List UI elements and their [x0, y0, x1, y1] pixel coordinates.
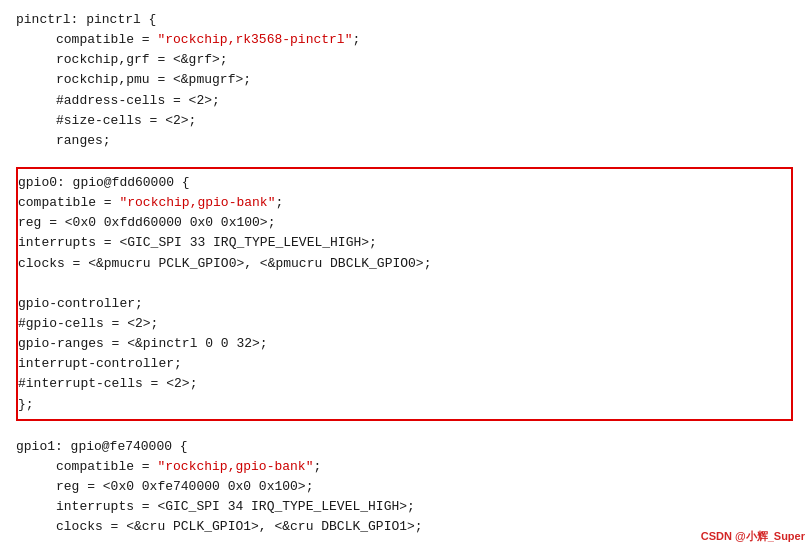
pinctrl-address-cells: #address-cells = <2>; — [16, 91, 793, 111]
pinctrl-pmu: rockchip,pmu = <&pmugrf>; — [16, 70, 793, 90]
pinctrl-label: pinctrl: pinctrl { — [16, 12, 156, 27]
gpio1-clocks: clocks = <&cru PCLK_GPIO1>, <&cru DBCLK_… — [16, 517, 793, 537]
gpio0-footer-line: }; — [18, 395, 791, 415]
pinctrl-size-cells: #size-cells = <2>; — [16, 111, 793, 131]
watermark: CSDN @小辉_Super — [701, 528, 805, 545]
gpio0-block: gpio0: gpio@fdd60000 { compatible = "roc… — [16, 167, 793, 421]
pinctrl-grf: rockchip,grf = <&grf>; — [16, 50, 793, 70]
gpio1-reg: reg = <0x0 0xfe740000 0x0 0x100>; — [16, 477, 793, 497]
gpio0-blank — [18, 274, 791, 294]
gpio0-ranges: gpio-ranges = <&pinctrl 0 0 32>; — [18, 334, 791, 354]
gpio0-interrupts: interrupts = <GIC_SPI 33 IRQ_TYPE_LEVEL_… — [18, 233, 791, 253]
gpio0-clocks: clocks = <&pmucru PCLK_GPIO0>, <&pmucru … — [18, 254, 791, 274]
gpio1-header-line: gpio1: gpio@fe740000 { — [16, 437, 793, 457]
gpio0-interrupt-controller: interrupt-controller; — [18, 354, 791, 374]
gpio0-compatible: compatible = "rockchip,gpio-bank"; — [18, 193, 791, 213]
gpio0-controller: gpio-controller; — [18, 294, 791, 314]
gpio0-header-line: gpio0: gpio@fdd60000 { — [18, 173, 791, 193]
gpio0-gpio-cells: #gpio-cells = <2>; — [18, 314, 791, 334]
pinctrl-header-line: pinctrl: pinctrl { — [16, 10, 793, 30]
gpio1-compatible: compatible = "rockchip,gpio-bank"; — [16, 457, 793, 477]
code-container: pinctrl: pinctrl { compatible = "rockchi… — [0, 0, 809, 545]
gpio1-interrupts: interrupts = <GIC_SPI 34 IRQ_TYPE_LEVEL_… — [16, 497, 793, 517]
gpio0-reg: reg = <0x0 0xfdd60000 0x0 0x100>; — [18, 213, 791, 233]
gpio0-interrupt-cells: #interrupt-cells = <2>; — [18, 374, 791, 394]
pinctrl-ranges: ranges; — [16, 131, 793, 151]
pinctrl-compatible: compatible = "rockchip,rk3568-pinctrl"; — [16, 30, 793, 50]
